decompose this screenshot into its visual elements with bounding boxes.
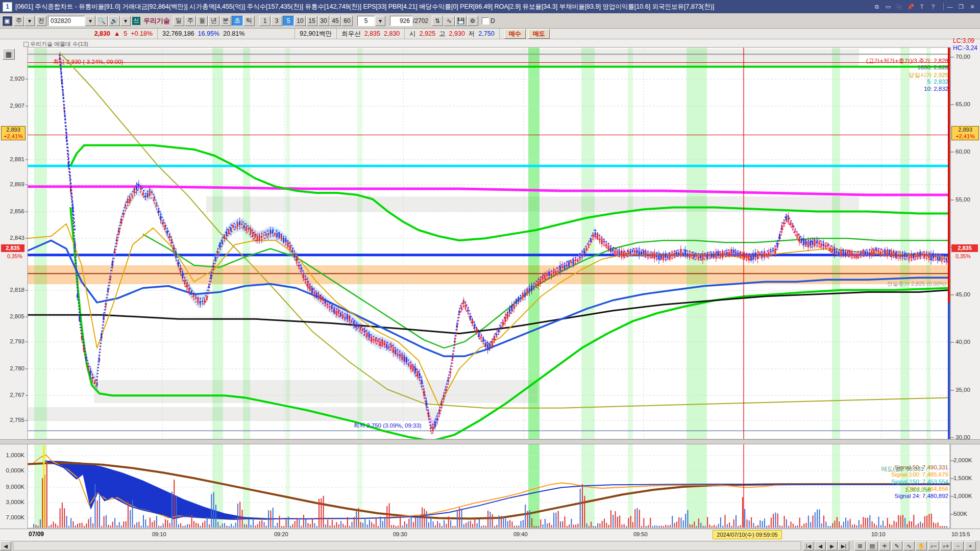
time-last-label: 10:15:5 bbox=[951, 531, 970, 537]
tool-zoom-in-button[interactable]: ⌕+ bbox=[940, 541, 951, 550]
volume-left-axis-label: 7,000K bbox=[1, 514, 24, 520]
chart-scrollbar[interactable] bbox=[13, 541, 801, 550]
hc-label: HC:-3,24 bbox=[953, 44, 977, 52]
pane-title-icon bbox=[23, 42, 29, 47]
right-red-box-sub: 0,35% bbox=[955, 253, 971, 259]
volume-right-axis-label: 1,500K bbox=[953, 475, 972, 481]
price-legend-line: 5: 2,832 bbox=[927, 79, 948, 85]
volume-left-axis-label: 9,000K bbox=[1, 484, 24, 490]
right-yellow-price-box: 2,893+2,41% bbox=[951, 126, 979, 140]
current-date-box: 2024/07/10(수) 09:59:05 bbox=[713, 530, 782, 539]
right-axis-label: 65,00 bbox=[955, 101, 970, 107]
volume-legend-line: Signal 150: 7,453,554 bbox=[891, 479, 948, 485]
right-axis-label: 35,00 bbox=[955, 387, 970, 393]
time-first-label: 07/09 bbox=[29, 531, 44, 538]
volume-legend-line: Signal 24: 7,480,892 bbox=[894, 493, 948, 499]
tool-minus-button[interactable]: − bbox=[952, 541, 964, 550]
tool-trendline-button[interactable]: ∿ bbox=[903, 541, 915, 550]
tool-draw-button[interactable]: ✎ bbox=[891, 541, 902, 550]
time-tick-label: 10:10 bbox=[871, 531, 886, 537]
time-tick-label: 09:10 bbox=[152, 531, 166, 537]
right-axis-label: 40,00 bbox=[955, 339, 970, 345]
left-axis-label: 2,881 bbox=[1, 156, 24, 162]
time-axis: 07/0909:1009:2009:3009:4009:5010:1010:15… bbox=[0, 529, 980, 540]
left-axis-label: 2,793 bbox=[1, 338, 24, 344]
left-yellow-price-box: 2,893+2,41% bbox=[1, 126, 26, 140]
nav-first-button[interactable]: |◀ bbox=[803, 541, 814, 550]
price-legend-line: (고가+저가+종가)/3 주가: 2,828 bbox=[866, 57, 948, 65]
right-axis-label: 30,00 bbox=[955, 434, 970, 440]
nav-next-button[interactable]: ▶ bbox=[826, 541, 838, 550]
volume-right-axis-label: 1,000K bbox=[953, 493, 972, 499]
right-axis-label: 60,00 bbox=[955, 148, 970, 155]
volume-right-axis-label: 500K bbox=[953, 511, 967, 517]
pane-title: 우리기술 매물대 수(13) bbox=[23, 40, 88, 48]
tool-panes-button[interactable]: ▤ bbox=[867, 541, 878, 550]
grid-settings-button[interactable]: ▦ bbox=[3, 48, 15, 60]
price-legend-line: 1830: 2,828 bbox=[917, 64, 948, 70]
left-axis-label: 2,755 bbox=[1, 417, 24, 423]
pane-separator[interactable] bbox=[0, 439, 980, 444]
left-axis-label: 2,907 bbox=[1, 103, 24, 109]
tool-plus-button[interactable]: + bbox=[965, 541, 976, 550]
volume-legend-overlay: 1,363,056 bbox=[905, 487, 931, 493]
left-red-price-box: 2,835 bbox=[1, 244, 24, 252]
tool-hand-button[interactable]: ✋ bbox=[916, 541, 927, 550]
time-tick-label: 09:20 bbox=[274, 531, 288, 537]
scroll-left-button[interactable]: ◀ bbox=[0, 541, 11, 550]
volume-right-axis-label: 2,000K bbox=[953, 457, 972, 463]
right-red-price-box: 2,835 bbox=[951, 244, 978, 252]
app-window: 1 [0601] 주식종합차트 - 유통비율[91.0] 거래대금[92,864… bbox=[0, 0, 980, 551]
price-legend-line: 당일시가 2,925 bbox=[909, 71, 948, 79]
nav-last-button[interactable]: ▶| bbox=[838, 541, 849, 550]
lc-label: LC:3,09 bbox=[953, 37, 974, 44]
volume-legend-overlay: 매도(결): 98,331 bbox=[881, 465, 924, 473]
high-annotation: 최고 2,930 (-3.24%, 09:00) bbox=[53, 58, 123, 66]
tool-zoom-out-button[interactable]: ⌕− bbox=[928, 541, 939, 550]
bottom-toolbar: ◀ |◀◀▶▶| ⊞▤✛✎∿✋⌕−⌕+−+ bbox=[0, 540, 980, 551]
right-axis-label: 70,00 bbox=[955, 54, 970, 60]
volume-left-axis-label: 3,000K bbox=[1, 499, 24, 505]
left-axis-label: 2,843 bbox=[1, 235, 24, 241]
left-red-box-sub: 0,35% bbox=[7, 253, 22, 259]
nav-button-group: |◀◀▶▶| bbox=[803, 541, 849, 550]
volume-left-axis-label: 1,000K bbox=[1, 452, 24, 458]
time-tick-label: 09:30 bbox=[393, 531, 407, 537]
right-axis-label: 55,00 bbox=[955, 196, 970, 203]
left-axis-label: 2,856 bbox=[1, 208, 24, 214]
volume-left-axis-label: 0,000K bbox=[1, 467, 24, 473]
low-annotation: 최저 2,750 (3.09%, 09:33) bbox=[353, 422, 422, 430]
left-axis-label: 2,869 bbox=[1, 181, 24, 187]
chart-tools-group: ⊞▤✛✎∿✋⌕−⌕+−+ bbox=[854, 541, 976, 550]
left-axis-label: 2,767 bbox=[1, 392, 24, 398]
right-axis-label: 45,00 bbox=[955, 291, 970, 297]
tool-crosshair-button[interactable]: ✛ bbox=[879, 541, 890, 550]
left-axis-label: 2,818 bbox=[1, 287, 24, 293]
chart-canvas[interactable] bbox=[0, 0, 980, 551]
time-tick-label: 09:50 bbox=[633, 531, 648, 537]
prev-close-annotation: 전일종가 2,825 (0.00%) bbox=[887, 280, 946, 288]
price-legend-line: 10: 2,832 bbox=[924, 86, 948, 92]
tool-grid-button[interactable]: ⊞ bbox=[854, 541, 866, 550]
nav-prev-button[interactable]: ◀ bbox=[815, 541, 826, 550]
left-axis-label: 2,920 bbox=[1, 76, 24, 82]
time-tick-label: 09:40 bbox=[513, 531, 528, 537]
left-axis-label: 2,805 bbox=[1, 313, 24, 319]
left-axis-label: 2,780 bbox=[1, 365, 24, 371]
